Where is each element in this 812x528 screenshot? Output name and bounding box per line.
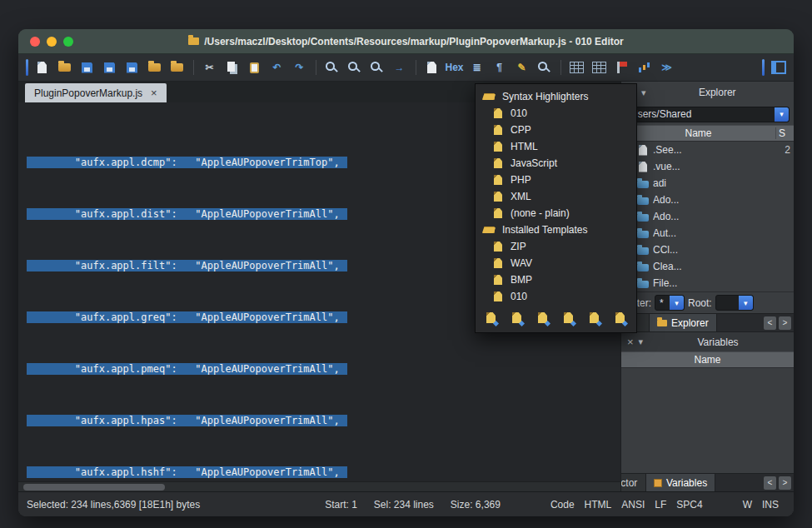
menu-item-label: BMP <box>511 274 532 286</box>
save-as-icon[interactable] <box>99 57 120 77</box>
find-in-files-icon[interactable] <box>366 57 387 77</box>
find-replace-icon[interactable] <box>344 57 365 77</box>
chevron-down-icon[interactable]: ▾ <box>639 336 644 347</box>
menu-item[interactable]: CPP <box>476 122 636 138</box>
menu-item[interactable]: HTML <box>476 138 636 155</box>
root-select[interactable]: ▾ <box>715 295 754 311</box>
tab-inspector[interactable]: Inspector <box>621 474 646 491</box>
menu-item[interactable]: 010 <box>476 105 636 122</box>
toolbar-separator[interactable] <box>311 57 320 77</box>
undo-icon[interactable]: ↶ <box>267 57 287 77</box>
document-tab[interactable]: PluginPopoverMarkup.js × <box>25 83 167 102</box>
menu-item-label: 010 <box>511 291 527 302</box>
close-file-icon[interactable] <box>144 57 165 77</box>
menu-item[interactable]: PHP <box>476 172 636 188</box>
variables-list <box>621 368 794 473</box>
explorer-row[interactable]: › Ado... <box>621 208 794 225</box>
template-tool-icon-6[interactable] <box>613 312 628 326</box>
template-tool-icon-3[interactable] <box>536 312 550 326</box>
calculator-icon[interactable] <box>589 57 610 77</box>
goto-icon[interactable]: → <box>389 57 410 77</box>
menu-item[interactable]: WAV <box>476 255 636 271</box>
explorer-row[interactable]: › adi <box>621 175 794 192</box>
explorer-row[interactable]: › Aut... <box>621 225 794 242</box>
toolbar-separator[interactable] <box>189 57 197 77</box>
name-column-header[interactable]: Name <box>621 127 775 139</box>
open-recent-icon[interactable] <box>167 57 187 77</box>
close-panel-icon[interactable]: × <box>627 336 634 348</box>
toolbar-grip[interactable] <box>760 57 766 77</box>
highlight-pen-icon[interactable]: ✎ <box>511 57 532 77</box>
horizontal-scrollbar-thumb[interactable] <box>23 484 165 491</box>
chart-icon[interactable] <box>634 57 655 77</box>
horizontal-scrollbar[interactable] <box>18 481 620 491</box>
redo-icon[interactable]: ↷ <box>289 57 310 77</box>
size-column-header[interactable]: S <box>775 127 794 139</box>
toolbar-separator[interactable] <box>411 57 420 77</box>
toolbar-grip[interactable] <box>23 57 30 77</box>
minimize-window-button[interactable] <box>47 37 57 47</box>
status-write-mode[interactable]: W <box>743 499 752 511</box>
bookmark-icon[interactable] <box>611 57 632 77</box>
cut-icon[interactable]: ✂ <box>199 57 220 77</box>
status-insert-mode[interactable]: INS <box>762 499 779 511</box>
tab-scroll-right-button[interactable]: > <box>779 316 791 330</box>
close-window-button[interactable] <box>30 37 40 47</box>
open-file-icon[interactable] <box>54 57 75 77</box>
template-tool-icon-4[interactable] <box>561 312 576 326</box>
menu-item[interactable]: BMP <box>476 271 636 288</box>
menu-item[interactable]: XML <box>476 188 636 205</box>
shared-path-select[interactable]: Users/Shared ▾ <box>625 107 790 122</box>
status-flag-spacing[interactable]: SPC4 <box>676 499 702 511</box>
hex-mode-icon[interactable]: Hex <box>444 57 465 77</box>
find-icon[interactable] <box>321 57 342 77</box>
zoom-window-button[interactable] <box>63 37 73 47</box>
status-flag-syntax[interactable]: HTML <box>585 499 612 511</box>
paste-icon[interactable] <box>244 57 265 77</box>
menu-item[interactable]: ZIP <box>476 238 636 255</box>
status-flag-encoding[interactable]: ANSI <box>621 499 645 511</box>
tab-explorer[interactable]: Explorer <box>650 314 717 331</box>
menu-item[interactable]: Syntax Highlighters <box>476 88 636 105</box>
tab-variables[interactable]: Variables <box>646 474 715 491</box>
tab-scroll-right-button[interactable]: > <box>779 476 791 490</box>
template-tool-icon-2[interactable] <box>510 312 525 326</box>
filter-select[interactable]: * ▾ <box>655 295 685 311</box>
tab-close-icon[interactable]: × <box>151 87 157 99</box>
explorer-row[interactable]: › Clea... <box>621 258 794 275</box>
more-tools-icon[interactable]: ≫ <box>656 57 677 77</box>
explorer-row[interactable]: › CCl... <box>621 242 794 258</box>
explorer-row[interactable]: .See... 2 <box>621 142 794 158</box>
template-tool-icon-5[interactable] <box>587 312 602 326</box>
explorer-row[interactable]: › Ado... <box>621 192 794 208</box>
table-view-icon[interactable] <box>566 57 587 77</box>
new-file-icon[interactable] <box>32 57 52 77</box>
explorer-row[interactable]: .vue... <box>621 158 794 175</box>
panel-toggle-icon[interactable] <box>768 57 789 77</box>
tab-scroll-left-button[interactable]: < <box>764 476 776 490</box>
line-numbers-icon[interactable]: ≣ <box>466 57 487 77</box>
save-all-icon[interactable] <box>122 57 142 77</box>
show-whitespace-icon[interactable]: ¶ <box>489 57 510 77</box>
toolbar-separator[interactable] <box>556 57 565 77</box>
status-flag-linefeed[interactable]: LF <box>655 499 666 511</box>
copy-icon[interactable] <box>222 57 242 77</box>
tab-scroll-left-button[interactable]: < <box>764 316 776 330</box>
edit-text-icon[interactable] <box>421 57 442 77</box>
dropdown-arrow-icon[interactable]: ▾ <box>739 296 753 310</box>
menu-item[interactable]: (none - plain) <box>476 205 636 222</box>
dropdown-arrow-icon[interactable]: ▾ <box>670 296 684 310</box>
status-flag-code[interactable]: Code <box>550 499 575 511</box>
inspect-icon[interactable] <box>534 57 555 77</box>
menu-item[interactable]: 010 <box>476 288 636 305</box>
code-line: "aufx.appl.hshf": "AppleAUPopoverTrimAll… <box>27 466 620 480</box>
variables-title: Variables <box>648 336 788 348</box>
path-value: Users/Shared <box>626 108 775 120</box>
explorer-row[interactable]: › File... <box>621 275 794 291</box>
save-icon[interactable] <box>77 57 97 77</box>
dropdown-arrow-icon[interactable]: ▾ <box>775 107 789 122</box>
template-tool-icon-1[interactable] <box>484 312 499 326</box>
variables-name-column-header[interactable]: Name <box>621 354 794 366</box>
menu-item[interactable]: Installed Templates <box>476 222 636 238</box>
menu-item[interactable]: JavaScript <box>476 155 636 172</box>
